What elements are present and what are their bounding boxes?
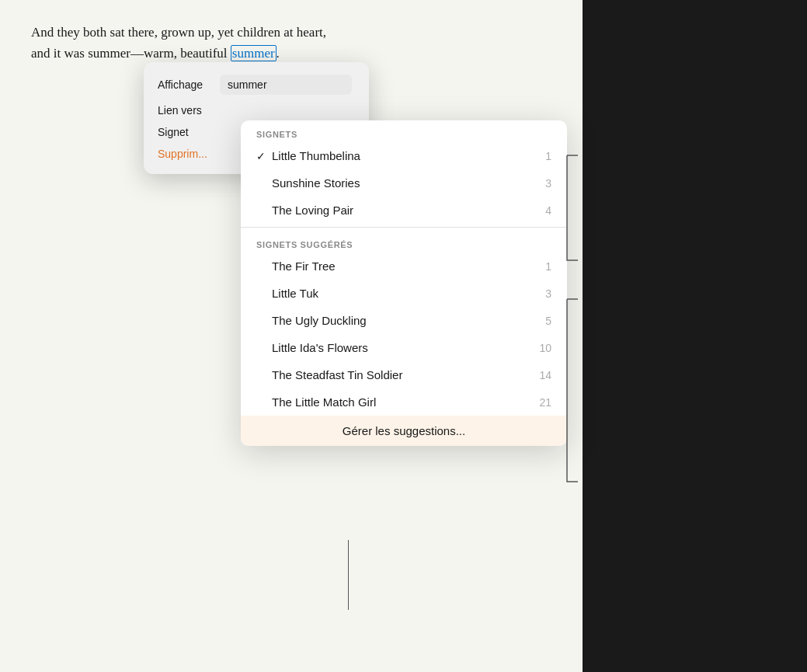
suggested-label-3: Little Ida's Flowers: [272, 341, 533, 354]
suggested-item-0[interactable]: The Fir Tree 1: [241, 252, 567, 280]
suggested-number-5: 21: [539, 396, 551, 409]
signet-label-0: Little Thumbelina: [272, 149, 539, 162]
checkmark-icon-0: ✓: [256, 150, 272, 162]
signet-label-2: The Loving Pair: [272, 204, 539, 217]
highlighted-word: summer: [231, 45, 277, 61]
suggested-label-4: The Steadfast Tin Soldier: [272, 368, 533, 381]
suggested-item-4[interactable]: The Steadfast Tin Soldier 14: [241, 361, 567, 388]
dropdown-menu: SIGNETS ✓ Little Thumbelina 1 Sunshine S…: [241, 120, 567, 446]
signet-number-0: 1: [545, 150, 551, 162]
suggested-number-2: 5: [545, 315, 551, 327]
section-divider: [241, 227, 567, 228]
suggested-label-5: The Little Match Girl: [272, 395, 533, 409]
affichage-label: Affichage: [158, 78, 220, 91]
suggested-number-0: 1: [545, 260, 551, 273]
signet-item-1[interactable]: Sunshine Stories 3: [241, 169, 567, 197]
popup-lien-row: Lien vers: [158, 104, 355, 117]
suggested-label-2: The Ugly Duckling: [272, 314, 539, 327]
manage-label: Gérer les suggestions...: [256, 424, 551, 437]
suggested-item-2[interactable]: The Ugly Duckling 5: [241, 307, 567, 334]
signet-label: Signet: [158, 126, 220, 138]
suggested-number-3: 10: [539, 342, 551, 354]
signet-item-0[interactable]: ✓ Little Thumbelina 1: [241, 142, 567, 169]
signet-label-1: Sunshine Stories: [272, 176, 539, 190]
signet-number-1: 3: [545, 177, 551, 190]
suggested-item-3[interactable]: Little Ida's Flowers 10: [241, 334, 567, 361]
popup-affichage-row: Affichage: [158, 75, 355, 95]
manage-suggestions-button[interactable]: Gérer les suggestions...: [241, 416, 567, 446]
suggested-item-5[interactable]: The Little Match Girl 21: [241, 388, 567, 416]
reading-line2: and it was summer—warm, beautiful: [31, 46, 228, 61]
lien-label: Lien vers: [158, 104, 220, 117]
signets-header: SIGNETS: [241, 120, 567, 142]
reading-period: .: [277, 46, 280, 61]
search-input[interactable]: [220, 75, 352, 95]
suggested-header: SIGNETS SUGGÉRÉS: [241, 231, 567, 252]
signet-number-2: 4: [545, 204, 551, 217]
suggested-label-0: The Fir Tree: [272, 259, 539, 273]
suggested-number-1: 3: [545, 287, 551, 300]
signet-item-2[interactable]: The Loving Pair 4: [241, 197, 567, 224]
suggested-label-1: Little Tuk: [272, 287, 539, 300]
reading-line1: And they both sat there, grown up, yet c…: [31, 25, 326, 40]
suggested-item-1[interactable]: Little Tuk 3: [241, 280, 567, 307]
suggested-number-4: 14: [539, 369, 551, 381]
bracket-indicators: [565, 148, 589, 536]
connector-line: [348, 540, 349, 610]
